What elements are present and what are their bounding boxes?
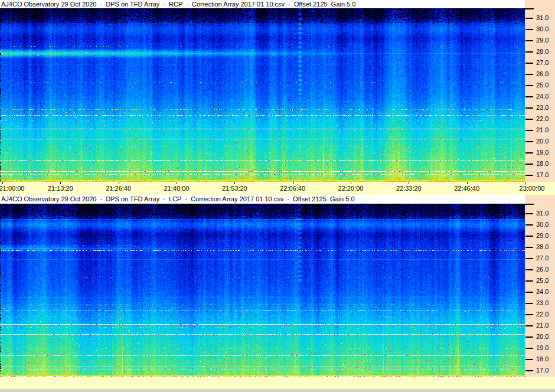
- rcp-spectrogram-plot: [0, 8, 525, 182]
- bottom-empty-time-strip: [0, 377, 555, 389]
- freq-tick-label: 26.0: [536, 70, 549, 77]
- freq-tick: [525, 213, 533, 214]
- time-tick-label: 21:00:00: [0, 185, 24, 192]
- freq-tick-label: 19.0: [536, 344, 549, 351]
- time-axis: 21:00:0021:13:2021:26:4021:40:0021:53:20…: [0, 182, 555, 195]
- time-tick: [177, 182, 177, 184]
- freq-tick-label: 28.0: [536, 243, 549, 250]
- freq-tick: [525, 348, 533, 349]
- rcp-frequency-axis: 31.030.029.028.027.026.025.024.023.022.0…: [525, 8, 555, 182]
- time-tick-label: 21:26:40: [106, 185, 131, 192]
- freq-tick-label: 18.0: [536, 355, 549, 362]
- freq-tick: [525, 292, 533, 293]
- time-tick-label: 22:06:40: [280, 185, 305, 192]
- freq-tick-label: 22.0: [536, 115, 549, 122]
- freq-tick: [525, 119, 533, 120]
- freq-tick-label: 31.0: [536, 14, 549, 21]
- freq-tick-label: 19.0: [536, 149, 549, 156]
- freq-tick: [525, 96, 533, 97]
- freq-tick: [525, 164, 533, 165]
- freq-tick: [525, 40, 533, 41]
- freq-tick-label: 29.0: [536, 37, 549, 44]
- freq-tick-label: 29.0: [536, 232, 549, 239]
- freq-tick: [525, 74, 533, 75]
- freq-tick: [525, 107, 533, 109]
- time-tick: [60, 182, 61, 184]
- freq-tick-label: 25.0: [536, 81, 549, 89]
- freq-tick-label: 30.0: [536, 221, 549, 228]
- freq-tick: [525, 258, 533, 259]
- freq-tick-label: 30.0: [536, 25, 549, 32]
- freq-tick-label: 21.0: [536, 126, 549, 133]
- time-tick-label: 21:40:00: [164, 185, 190, 192]
- time-tick-label: 22:33:20: [396, 185, 422, 192]
- freq-tick-label: 17.0: [536, 171, 549, 178]
- time-tick-label: 23:00:00: [520, 185, 545, 192]
- freq-tick: [525, 325, 533, 326]
- time-tick-label: 21:53:20: [222, 185, 247, 192]
- time-tick: [293, 182, 293, 184]
- freq-tick-label: 25.0: [536, 277, 549, 284]
- freq-tick-label: 23.0: [536, 104, 549, 111]
- freq-axis-edge-tick: [525, 8, 534, 9]
- freq-tick-label: 24.0: [536, 93, 549, 100]
- freq-tick: [525, 314, 533, 315]
- time-tick: [234, 182, 235, 184]
- time-tick: [351, 182, 351, 184]
- freq-tick: [525, 175, 533, 176]
- freq-tick-label: 26.0: [536, 266, 549, 273]
- time-tick-label: 22:20:00: [338, 185, 364, 192]
- rcp-panel-title: AJ4CO Observatory 29 Oct 2020 - DPS on T…: [0, 0, 525, 8]
- freq-tick-label: 27.0: [536, 59, 549, 66]
- time-tick: [525, 182, 525, 184]
- freq-axis-edge-tick: [525, 204, 534, 205]
- time-tick-label: 22:46:40: [454, 185, 479, 192]
- freq-tick-label: 24.0: [536, 288, 549, 295]
- freq-tick: [525, 280, 533, 282]
- freq-tick: [525, 269, 533, 270]
- time-tick: [119, 182, 119, 184]
- freq-tick: [525, 303, 533, 304]
- window-bottom-strip: [0, 389, 555, 392]
- freq-tick: [525, 85, 533, 86]
- freq-tick: [525, 236, 533, 237]
- freq-tick-label: 23.0: [536, 299, 549, 306]
- freq-tick-label: 31.0: [536, 210, 549, 217]
- freq-tick: [525, 337, 533, 338]
- freq-tick-label: 17.0: [536, 367, 549, 374]
- freq-tick: [525, 51, 533, 53]
- lcp-frequency-axis: 31.030.029.028.027.026.025.024.023.022.0…: [525, 204, 555, 377]
- freq-tick: [525, 370, 533, 371]
- freq-tick: [525, 359, 533, 360]
- freq-tick: [525, 224, 533, 226]
- freq-tick: [525, 63, 533, 64]
- freq-tick: [525, 152, 533, 153]
- freq-tick-label: 28.0: [536, 48, 549, 55]
- freq-tick-label: 20.0: [536, 333, 549, 340]
- time-tick: [2, 182, 3, 184]
- freq-tick-label: 27.0: [536, 254, 549, 262]
- freq-tick-label: 21.0: [536, 322, 549, 329]
- time-tick-label: 21:13:20: [48, 185, 73, 192]
- freq-tick-label: 18.0: [536, 160, 549, 167]
- freq-tick-label: 22.0: [536, 311, 549, 318]
- lcp-spectrogram-plot: [0, 204, 525, 377]
- freq-tick: [525, 18, 533, 19]
- freq-tick: [525, 141, 533, 142]
- lcp-panel-title: AJ4CO Observatory 29 Oct 2020 - DPS on T…: [0, 195, 525, 204]
- freq-tick-label: 20.0: [536, 138, 549, 145]
- time-tick: [467, 182, 468, 184]
- dps-spectrograph-window: AJ4CO Observatory 29 Oct 2020 - DPS on T…: [0, 0, 555, 392]
- freq-tick: [525, 247, 533, 248]
- freq-tick: [525, 29, 533, 30]
- freq-tick: [525, 130, 533, 131]
- time-tick: [409, 182, 409, 184]
